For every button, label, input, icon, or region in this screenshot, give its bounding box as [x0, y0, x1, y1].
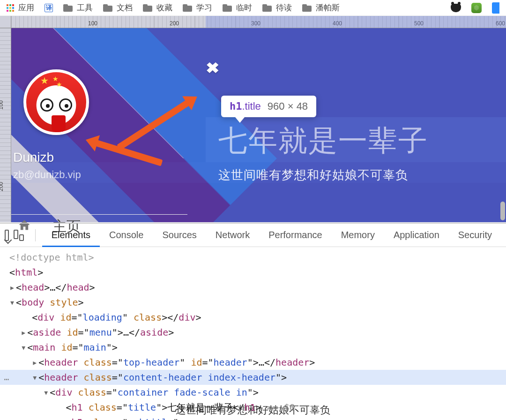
ruler-tick: 200 [170, 20, 179, 27]
apps-button[interactable]: 应用 [7, 2, 34, 13]
folder-icon [262, 4, 272, 12]
inspected-viewport: 100 200 300 400 500 600 100 200 ★★★ Duni… [0, 16, 506, 222]
tooltip-dimensions: 960 × 48 [268, 100, 308, 112]
ruler-tick: 600 [496, 20, 505, 27]
tab-memory[interactable]: Memory [332, 224, 384, 247]
ruler-tick: 500 [414, 20, 424, 27]
folder-icon [302, 4, 312, 12]
ruler-tick: 200 [0, 182, 4, 191]
bookmark-label: 收藏 [156, 2, 172, 13]
folder-icon [183, 4, 192, 12]
scrollbar-thumb[interactable] [500, 202, 505, 220]
page-frame: ★★★ Dunizb zb@dunizb.vip 七年就是一辈子 这世间唯有梦想… [11, 28, 506, 222]
tab-application[interactable]: Application [384, 224, 449, 247]
user-email[interactable]: zb@dunizb.vip [13, 169, 81, 181]
folder-icon [63, 4, 73, 12]
bookmark-folder[interactable]: 待读 [262, 2, 292, 13]
tab-network[interactable]: Network [206, 224, 259, 247]
apps-label: 应用 [18, 2, 34, 13]
bookmarks-bar: 应用 译 工具 文档 收藏 学习 临时 待读 潘帕斯 [0, 0, 506, 16]
bookmark-folder[interactable]: 学习 [183, 2, 212, 13]
username: Dunizb [13, 150, 54, 165]
bookmark-label: 待读 [276, 2, 292, 13]
extension-icon[interactable] [492, 2, 499, 14]
apps-grid-icon [7, 4, 14, 12]
devtools-panel: Elements Console Sources Network Perform… [0, 223, 506, 420]
ruler-tick: 300 [251, 20, 260, 27]
bookmark-label: 文档 [117, 2, 133, 13]
folder-icon [103, 4, 112, 12]
bookmark-label: 学习 [196, 2, 212, 13]
bookmark-folder[interactable]: 工具 [63, 2, 93, 13]
bookmark-folder[interactable]: 收藏 [143, 2, 172, 13]
user-avatar[interactable]: ★★★ [23, 69, 89, 135]
ruler-vertical: 100 200 [0, 28, 11, 222]
hero-banner: ★★★ Dunizb zb@dunizb.vip 七年就是一辈子 这世间唯有梦想… [11, 28, 506, 222]
ruler-tick: 400 [333, 20, 342, 27]
folder-icon [223, 4, 232, 12]
close-icon[interactable]: ✖ [206, 59, 220, 77]
bookmark-folder[interactable]: 临时 [223, 2, 252, 13]
ruler-corner [0, 16, 11, 28]
tab-performance[interactable]: Performance [259, 224, 332, 247]
tab-elements[interactable]: Elements [42, 224, 100, 247]
page-subtitle: 这世间唯有梦想和好姑娘不可辜负 [218, 167, 408, 183]
ruler-tick: 100 [88, 20, 97, 27]
bookmark-label: 潘帕斯 [316, 2, 340, 13]
translate-icon: 译 [45, 4, 53, 12]
tooltip-selector: h1.title [230, 100, 261, 112]
bookmark-label: 工具 [77, 2, 93, 13]
bookmark-folder[interactable]: 潘帕斯 [302, 2, 340, 13]
bookmark-label: 临时 [236, 2, 252, 13]
devtools-toolbar: Elements Console Sources Network Perform… [0, 224, 506, 247]
bookmark-folder[interactable]: 文档 [103, 2, 133, 13]
tab-sources[interactable]: Sources [153, 224, 206, 247]
device-toolbar-icon[interactable] [14, 230, 24, 241]
inspect-element-icon[interactable] [5, 230, 9, 241]
extension-icon[interactable] [471, 3, 482, 13]
tab-console[interactable]: Console [100, 224, 153, 247]
inspector-tooltip: h1.title 960 × 48 [221, 96, 316, 117]
ruler-tick: 100 [0, 100, 4, 110]
dom-tree[interactable]: … <!doctype html> <html> ▸<head>…</head>… [0, 247, 506, 420]
folder-icon [143, 4, 152, 12]
translate-bookmark[interactable]: 译 [45, 4, 53, 12]
ruler-horizontal: 100 200 300 400 500 600 [11, 16, 506, 28]
page-title: 七年就是一辈子 [218, 121, 428, 160]
extension-icon[interactable] [451, 4, 461, 12]
tab-security[interactable]: Security [449, 224, 501, 247]
